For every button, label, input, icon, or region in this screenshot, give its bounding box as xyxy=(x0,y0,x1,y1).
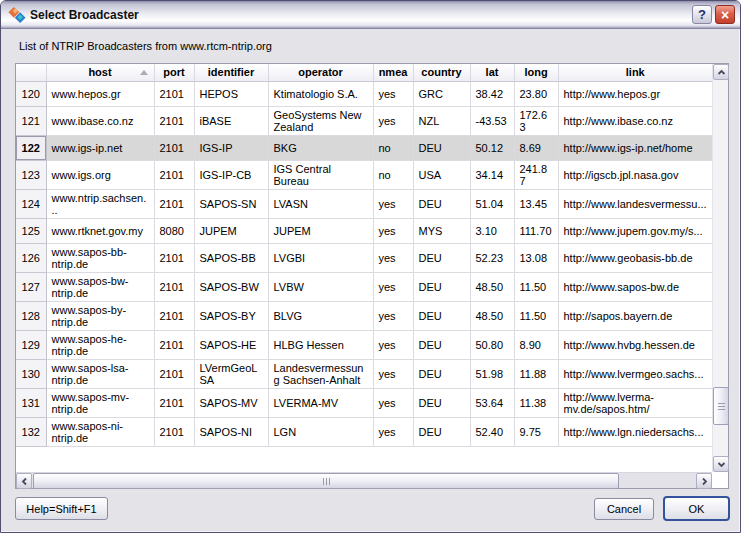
cell-link[interactable]: http://www.lgn.niedersachs... xyxy=(558,417,712,446)
row-number-cell[interactable]: 132 xyxy=(16,417,46,446)
row-number-cell[interactable]: 123 xyxy=(16,160,46,189)
cell-operator[interactable]: IGS Central Bureau xyxy=(268,160,373,189)
cell-host[interactable]: www.sapos-lsa-ntrip.de xyxy=(46,359,154,388)
row-number-cell[interactable]: 120 xyxy=(16,81,46,106)
cell-port[interactable]: 2101 xyxy=(154,106,194,135)
cell-link[interactable]: http://www.geobasis-bb.de xyxy=(558,243,712,272)
cell-link[interactable]: http://igscb.jpl.nasa.gov xyxy=(558,160,712,189)
cell-country[interactable]: USA xyxy=(413,160,470,189)
cell-operator[interactable]: LVBW xyxy=(268,272,373,301)
cell-operator[interactable]: LVERMA-MV xyxy=(268,388,373,417)
cell-nmea[interactable]: no xyxy=(373,135,413,160)
cell-long[interactable]: 13.08 xyxy=(514,243,558,272)
cell-identifier[interactable]: SAPOS-NI xyxy=(194,417,268,446)
cancel-button[interactable]: Cancel xyxy=(594,498,654,520)
row-number-cell[interactable]: 121 xyxy=(16,106,46,135)
vertical-scroll-thumb[interactable] xyxy=(713,387,729,425)
cell-lat[interactable]: 3.10 xyxy=(470,218,514,243)
cell-lat[interactable]: 34.14 xyxy=(470,160,514,189)
cell-long[interactable]: 241.87 xyxy=(514,160,558,189)
cell-nmea[interactable]: yes xyxy=(373,359,413,388)
table-row[interactable]: 132www.sapos-ni-ntrip.de2101SAPOS-NILGNy… xyxy=(16,417,712,446)
cell-link[interactable]: http://www.jupem.gov.my/s... xyxy=(558,218,712,243)
cell-country[interactable]: MYS xyxy=(413,218,470,243)
row-number-cell[interactable]: 122 xyxy=(16,135,46,160)
cell-link[interactable]: http://www.landesvermessu... xyxy=(558,189,712,218)
cell-port[interactable]: 2101 xyxy=(154,135,194,160)
cell-nmea[interactable]: yes xyxy=(373,81,413,106)
cell-operator[interactable]: Landesvermessung Sachsen-Anhalt xyxy=(268,359,373,388)
scroll-up-button[interactable] xyxy=(713,64,729,80)
cell-nmea[interactable]: yes xyxy=(373,243,413,272)
cell-identifier[interactable]: SAPOS-BB xyxy=(194,243,268,272)
cell-host[interactable]: www.sapos-mv-ntrip.de xyxy=(46,388,154,417)
cell-link[interactable]: http://www.igs-ip.net/home xyxy=(558,135,712,160)
cell-operator[interactable]: BKG xyxy=(268,135,373,160)
cell-identifier[interactable]: LVermGeoLSA xyxy=(194,359,268,388)
cell-nmea[interactable]: yes xyxy=(373,301,413,330)
horizontal-scrollbar[interactable] xyxy=(16,472,712,488)
ok-button[interactable]: OK xyxy=(663,496,730,521)
cell-lat[interactable]: 52.23 xyxy=(470,243,514,272)
cell-long[interactable]: 9.75 xyxy=(514,417,558,446)
cell-port[interactable]: 8080 xyxy=(154,218,194,243)
cell-identifier[interactable]: SAPOS-SN xyxy=(194,189,268,218)
cell-country[interactable]: DEU xyxy=(413,388,470,417)
cell-nmea[interactable]: yes xyxy=(373,272,413,301)
cell-lat[interactable]: 52.40 xyxy=(470,417,514,446)
table-row[interactable]: 131www.sapos-mv-ntrip.de2101SAPOS-MVLVER… xyxy=(16,388,712,417)
column-header-lat[interactable]: lat xyxy=(470,64,514,81)
cell-country[interactable]: DEU xyxy=(413,301,470,330)
cell-long[interactable]: 11.50 xyxy=(514,301,558,330)
cell-identifier[interactable]: IGS-IP-CB xyxy=(194,160,268,189)
cell-lat[interactable]: 48.50 xyxy=(470,301,514,330)
cell-nmea[interactable]: yes xyxy=(373,330,413,359)
cell-port[interactable]: 2101 xyxy=(154,301,194,330)
cell-host[interactable]: www.igs.org xyxy=(46,160,154,189)
close-button[interactable]: × xyxy=(715,5,735,24)
column-header-operator[interactable]: operator xyxy=(268,64,373,81)
scroll-left-button[interactable] xyxy=(16,473,32,489)
cell-identifier[interactable]: SAPOS-BW xyxy=(194,272,268,301)
cell-long[interactable]: 172.63 xyxy=(514,106,558,135)
cell-long[interactable]: 11.50 xyxy=(514,272,558,301)
column-header-port[interactable]: port xyxy=(154,64,194,81)
cell-operator[interactable]: Ktimatologio S.A. xyxy=(268,81,373,106)
cell-lat[interactable]: 38.42 xyxy=(470,81,514,106)
table-row[interactable]: 126www.sapos-bb-ntrip.de2101SAPOS-BBLVGB… xyxy=(16,243,712,272)
cell-identifier[interactable]: SAPOS-MV xyxy=(194,388,268,417)
table-row[interactable]: 130www.sapos-lsa-ntrip.de2101LVermGeoLSA… xyxy=(16,359,712,388)
cell-operator[interactable]: LGN xyxy=(268,417,373,446)
cell-lat[interactable]: 51.04 xyxy=(470,189,514,218)
table-row[interactable]: 127www.sapos-bw-ntrip.de2101SAPOS-BWLVBW… xyxy=(16,272,712,301)
cell-country[interactable]: DEU xyxy=(413,417,470,446)
column-header-identifier[interactable]: identifier xyxy=(194,64,268,81)
cell-long[interactable]: 11.38 xyxy=(514,388,558,417)
cell-operator[interactable]: BLVG xyxy=(268,301,373,330)
column-header-long[interactable]: long xyxy=(514,64,558,81)
cell-link[interactable]: http://sapos.bayern.de xyxy=(558,301,712,330)
cell-host[interactable]: www.ibase.co.nz xyxy=(46,106,154,135)
cell-host[interactable]: www.rtknet.gov.my xyxy=(46,218,154,243)
cell-operator[interactable]: GeoSystems New Zealand xyxy=(268,106,373,135)
cell-country[interactable]: DEU xyxy=(413,135,470,160)
row-number-cell[interactable]: 126 xyxy=(16,243,46,272)
cell-port[interactable]: 2101 xyxy=(154,243,194,272)
help-button[interactable]: Help=Shift+F1 xyxy=(15,497,108,520)
cell-lat[interactable]: -43.53 xyxy=(470,106,514,135)
cell-link[interactable]: http://www.hepos.gr xyxy=(558,81,712,106)
cell-long[interactable]: 11.88 xyxy=(514,359,558,388)
cell-host[interactable]: www.ntrip.sachsen... xyxy=(46,189,154,218)
cell-nmea[interactable]: yes xyxy=(373,189,413,218)
cell-host[interactable]: www.sapos-bb-ntrip.de xyxy=(46,243,154,272)
cell-nmea[interactable]: yes xyxy=(373,218,413,243)
cell-identifier[interactable]: SAPOS-HE xyxy=(194,330,268,359)
cell-identifier[interactable]: SAPOS-BY xyxy=(194,301,268,330)
cell-link[interactable]: http://www.sapos-bw.de xyxy=(558,272,712,301)
table-row[interactable]: 124www.ntrip.sachsen...2101SAPOS-SNLVASN… xyxy=(16,189,712,218)
cell-identifier[interactable]: JUPEM xyxy=(194,218,268,243)
cell-host[interactable]: www.igs-ip.net xyxy=(46,135,154,160)
cell-host[interactable]: www.sapos-ni-ntrip.de xyxy=(46,417,154,446)
cell-link[interactable]: http://www.hvbg.hessen.de xyxy=(558,330,712,359)
vertical-scrollbar[interactable] xyxy=(712,64,728,472)
